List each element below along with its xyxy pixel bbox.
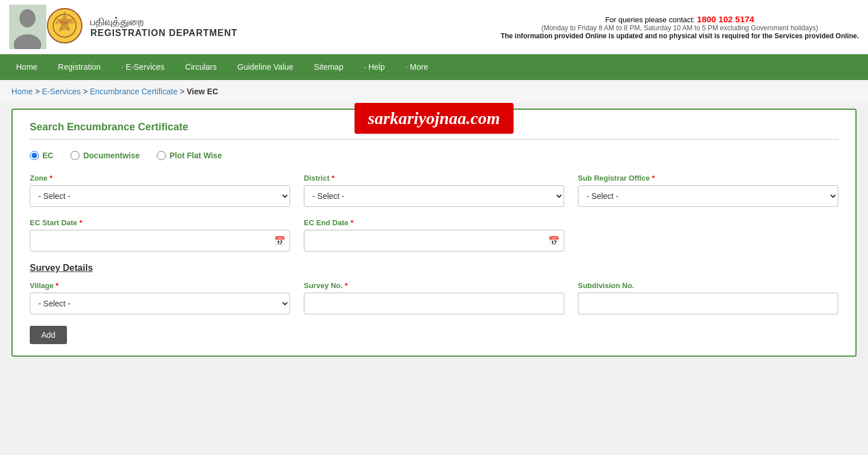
main-content: sarkariyojnaa.com Search Encumbrance Cer…	[0, 103, 868, 374]
nav-more[interactable]: · More	[395, 54, 439, 80]
radio-plotflatwise[interactable]: Plot Flat Wise	[157, 151, 222, 160]
radio-ec[interactable]: EC	[30, 151, 53, 160]
breadcrumb-home[interactable]: Home	[11, 87, 33, 96]
village-select[interactable]: - Select -	[30, 293, 290, 314]
form-title: Search Encumbrance Certificate	[30, 121, 838, 133]
row-survey: Village * - Select - Survey No. *	[30, 281, 838, 314]
ec-start-date-input[interactable]	[30, 230, 290, 252]
zone-label: Zone *	[30, 174, 290, 182]
radio-documentwise[interactable]: Documentwise	[70, 151, 140, 160]
form-divider	[30, 139, 838, 139]
breadcrumb-current: View EC	[187, 87, 218, 96]
nav-sitemap[interactable]: Sitemap	[304, 54, 354, 80]
radio-documentwise-label: Documentwise	[83, 151, 140, 160]
ec-end-date-wrap: 📅	[304, 230, 564, 252]
breadcrumb: Home > E-Services > Encumbrance Certific…	[0, 80, 868, 103]
ec-start-date-group: EC Start Date * 📅	[30, 218, 290, 252]
radio-plotflatwise-label: Plot Flat Wise	[169, 151, 222, 160]
dept-title: பதிவுத்துறை REGISTRATION DEPARTMENT	[90, 16, 237, 38]
add-button[interactable]: Add	[30, 326, 67, 344]
search-form-card: Search Encumbrance Certificate EC Docume…	[11, 109, 857, 357]
nav-circulars[interactable]: Circulars	[175, 54, 227, 80]
sub-registrar-label: Sub Registrar Office *	[578, 174, 838, 182]
contact-line1: For queries please contact: 1800 102 517…	[501, 14, 859, 24]
subdivision-no-input[interactable]	[578, 293, 838, 314]
ec-end-date-input[interactable]	[304, 230, 564, 252]
nav-home[interactable]: Home	[6, 54, 47, 80]
site-header: தமிழ்நாடு GOVT பதிவுத்துறை REGISTRATION …	[0, 0, 868, 54]
sub-registrar-group: Sub Registrar Office * - Select -	[578, 174, 838, 207]
village-group: Village * - Select -	[30, 281, 290, 314]
subdivision-no-group: Subdivision No.	[578, 281, 838, 314]
dept-tamil-text: பதிவுத்துறை	[90, 16, 237, 28]
dept-english-text: REGISTRATION DEPARTMENT	[90, 28, 237, 38]
district-select[interactable]: - Select -	[304, 185, 564, 207]
breadcrumb-ec[interactable]: Encumbrance Certificate	[90, 87, 177, 96]
ec-start-date-label: EC Start Date *	[30, 218, 290, 227]
contact-info: For queries please contact: 1800 102 517…	[501, 14, 859, 40]
row-dates: EC Start Date * 📅 EC End Date *	[30, 218, 838, 252]
survey-no-input[interactable]	[304, 293, 564, 314]
official-photo	[9, 5, 46, 49]
breadcrumb-eservices[interactable]: E-Services	[42, 87, 81, 96]
ec-end-date-group: EC End Date * 📅	[304, 218, 564, 252]
nav-help[interactable]: · Help	[354, 54, 395, 80]
zone-select[interactable]: - Select -	[30, 185, 290, 207]
button-area: Add	[30, 326, 838, 344]
search-type-radios: EC Documentwise Plot Flat Wise	[30, 151, 838, 160]
survey-details-title: Survey Details	[30, 263, 838, 273]
survey-no-group: Survey No. *	[304, 281, 564, 314]
main-nav: Home Registration · E-Services Circulars…	[0, 54, 868, 80]
nav-guideline[interactable]: Guideline Value	[227, 54, 304, 80]
zone-group: Zone * - Select -	[30, 174, 290, 207]
nav-eservices[interactable]: · E-Services	[111, 54, 175, 80]
district-label: District *	[304, 174, 564, 182]
contact-hours: (Monday to Friday 8 AM to 8 PM, Saturday…	[501, 24, 859, 32]
survey-no-label: Survey No. *	[304, 281, 564, 290]
contact-phone: 1800 102 5174	[697, 14, 754, 24]
govt-logo: தமிழ்நாடு GOVT	[46, 7, 84, 46]
village-label: Village *	[30, 281, 290, 290]
ec-start-date-wrap: 📅	[30, 230, 290, 252]
row-zone-district-sub: Zone * - Select - District *	[30, 174, 838, 207]
subdivision-no-label: Subdivision No.	[578, 281, 838, 290]
svg-point-1	[19, 9, 35, 27]
nav-registration[interactable]: Registration	[47, 54, 111, 80]
radio-ec-label: EC	[42, 151, 53, 160]
contact-info-text: The information provided Online is updat…	[501, 32, 859, 40]
sub-registrar-select[interactable]: - Select -	[578, 185, 838, 207]
district-group: District * - Select -	[304, 174, 564, 207]
ec-end-date-label: EC End Date *	[304, 218, 564, 227]
